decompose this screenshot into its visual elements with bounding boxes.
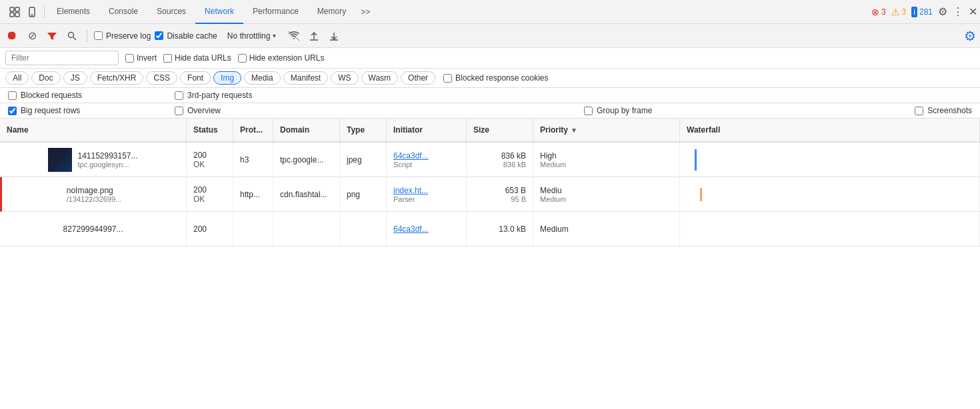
hide-extension-urls-checkbox[interactable]: Hide extension URLs xyxy=(238,53,325,63)
th-status[interactable]: Status xyxy=(187,119,233,141)
throttle-select[interactable]: No throttling ▾ xyxy=(221,29,283,43)
tab-network[interactable]: Network xyxy=(195,0,243,24)
th-protocol[interactable]: Prot... xyxy=(233,119,273,141)
td-status-3: 200 xyxy=(187,212,233,246)
table-row[interactable]: noImage.png /134122/32699... 200 OK http… xyxy=(0,177,980,212)
td-initiator-2: index.ht... Parser xyxy=(387,177,467,211)
th-initiator[interactable]: Initiator xyxy=(387,119,467,141)
type-btn-img[interactable]: Img xyxy=(213,71,241,85)
type-btn-media[interactable]: Media xyxy=(244,71,281,85)
tab-performance[interactable]: Performance xyxy=(243,0,308,24)
td-size-3: 13.0 kB xyxy=(467,212,533,246)
td-status-1: 200 OK xyxy=(187,143,233,177)
group-by-frame-checkbox[interactable]: Group by frame xyxy=(584,106,652,115)
td-name-3: 827299944997... xyxy=(0,212,187,246)
blocked-cookies-input[interactable] xyxy=(443,74,452,83)
search-icon[interactable] xyxy=(64,28,80,44)
group-by-frame-input[interactable] xyxy=(584,107,593,115)
blocked-requests-input[interactable] xyxy=(8,91,17,100)
error-red-count: 3 xyxy=(881,7,886,17)
hide-data-urls-checkbox[interactable]: Hide data URLs xyxy=(163,53,231,63)
td-waterfall-1 xyxy=(680,143,980,177)
hide-extension-urls-input[interactable] xyxy=(238,54,247,63)
td-protocol-2: http... xyxy=(233,177,273,211)
invert-input[interactable] xyxy=(125,54,134,63)
table-row[interactable]: 827299944997... 200 64ca3df... 13.0 kB M… xyxy=(0,212,980,246)
clear-button[interactable]: ⊘ xyxy=(24,28,40,44)
more-dots-icon[interactable]: ⋮ xyxy=(953,5,963,18)
th-waterfall[interactable]: Waterfall xyxy=(680,119,980,141)
error-badge-blue: i 281 xyxy=(911,7,933,17)
tab-console[interactable]: Console xyxy=(99,0,147,24)
type-btn-font[interactable]: Font xyxy=(180,71,211,85)
wifi-icon[interactable] xyxy=(286,28,302,44)
blocked-cookies-checkbox[interactable]: Blocked response cookies xyxy=(443,73,548,83)
filename-1: 141152993157... xyxy=(77,151,137,161)
td-type-3 xyxy=(340,212,387,246)
stop-recording-button[interactable]: ⏺ xyxy=(4,28,20,44)
close-devtools-icon[interactable]: ✕ xyxy=(969,5,977,18)
priority-sort-icon: ▼ xyxy=(571,127,577,134)
error-blue-count: 281 xyxy=(919,7,933,17)
type-btn-all[interactable]: All xyxy=(5,71,29,85)
td-initiator-3: 64ca3df... xyxy=(387,212,467,246)
thumbnail-1 xyxy=(48,148,72,172)
type-btn-doc[interactable]: Doc xyxy=(31,71,60,85)
waterfall-bar-2 xyxy=(700,188,702,201)
filepath-1: tpc.googlesyn... xyxy=(77,161,137,169)
upload-icon[interactable] xyxy=(306,28,322,44)
network-toolbar: ⏺ ⊘ Preserve log Disable cache No thrott… xyxy=(0,24,980,48)
invert-checkbox[interactable]: Invert xyxy=(125,53,157,63)
filter-icon[interactable] xyxy=(44,28,60,44)
disable-cache-input[interactable] xyxy=(155,31,163,40)
name-text-3: 827299944997... xyxy=(63,224,123,234)
th-size[interactable]: Size xyxy=(467,119,533,141)
svg-point-6 xyxy=(69,32,74,37)
td-priority-3: Medium xyxy=(533,212,680,246)
screenshots-checkbox[interactable]: Screenshots xyxy=(915,106,972,115)
type-btn-fetchxhr[interactable]: Fetch/XHR xyxy=(90,71,144,85)
third-party-input[interactable] xyxy=(175,91,183,100)
type-btn-css[interactable]: CSS xyxy=(146,71,177,85)
svg-line-7 xyxy=(73,37,76,40)
mobile-icon[interactable] xyxy=(25,5,39,19)
overview-input[interactable] xyxy=(175,107,183,115)
download-icon[interactable] xyxy=(326,28,342,44)
settings-gear-icon[interactable]: ⚙ xyxy=(938,5,947,18)
options-row-1: Blocked requests 3rd-party requests xyxy=(0,88,980,103)
type-btn-js[interactable]: JS xyxy=(63,71,87,85)
network-settings-icon[interactable]: ⚙ xyxy=(964,28,976,44)
preserve-log-checkbox[interactable]: Preserve log xyxy=(94,31,151,41)
tab-sources[interactable]: Sources xyxy=(147,0,195,24)
filter-input[interactable] xyxy=(5,51,119,65)
svg-rect-2 xyxy=(10,13,14,17)
third-party-checkbox[interactable]: 3rd-party requests xyxy=(175,91,321,100)
td-domain-2: cdn.flashtal... xyxy=(273,177,340,211)
big-rows-input[interactable] xyxy=(8,107,17,115)
screenshots-input[interactable] xyxy=(915,107,923,115)
type-filter-row: All Doc JS Fetch/XHR CSS Font Img Media … xyxy=(0,69,980,88)
blocked-requests-checkbox[interactable]: Blocked requests xyxy=(8,91,155,100)
preserve-log-input[interactable] xyxy=(94,31,103,40)
th-priority[interactable]: Priority ▼ xyxy=(533,119,680,141)
overview-checkbox[interactable]: Overview xyxy=(175,106,321,115)
td-priority-1: High Medium xyxy=(533,143,680,177)
type-btn-manifest[interactable]: Manifest xyxy=(283,71,328,85)
type-btn-other[interactable]: Other xyxy=(401,71,435,85)
th-domain[interactable]: Domain xyxy=(273,119,340,141)
type-btn-ws[interactable]: WS xyxy=(331,71,358,85)
table-row[interactable]: 141152993157... tpc.googlesyn... 200 OK … xyxy=(0,143,980,177)
tab-elements[interactable]: Elements xyxy=(47,0,99,24)
th-type[interactable]: Type xyxy=(340,119,387,141)
tab-bar: Elements Console Sources Network Perform… xyxy=(0,0,980,24)
tab-more[interactable]: >> xyxy=(355,7,375,17)
th-name[interactable]: Name xyxy=(0,119,187,141)
td-initiator-1: 64ca3df... Script xyxy=(387,143,467,177)
big-rows-checkbox[interactable]: Big request rows xyxy=(8,106,155,115)
type-btn-wasm[interactable]: Wasm xyxy=(361,71,399,85)
pointer-icon[interactable] xyxy=(8,5,21,19)
error-badge-red: ⊗ 3 xyxy=(871,7,886,17)
disable-cache-checkbox[interactable]: Disable cache xyxy=(155,31,217,41)
hide-data-urls-input[interactable] xyxy=(163,54,172,63)
tab-memory[interactable]: Memory xyxy=(308,0,355,24)
